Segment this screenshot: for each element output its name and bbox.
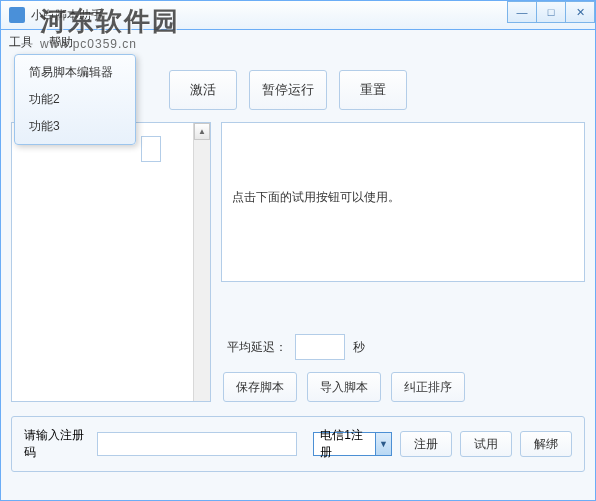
hidden-element xyxy=(141,136,161,162)
unbind-button[interactable]: 解绑 xyxy=(520,431,572,457)
reg-label: 请输入注册码 xyxy=(24,427,89,461)
dropdown-item-func2[interactable]: 功能2 xyxy=(15,86,135,113)
script-list-panel[interactable]: ▲ xyxy=(11,122,211,402)
delay-label: 平均延迟： xyxy=(227,339,287,356)
server-combo[interactable]: 电信1注册 ▼ xyxy=(313,432,392,456)
trial-button[interactable]: 试用 xyxy=(460,431,512,457)
delay-input[interactable] xyxy=(295,334,345,360)
scrollbar[interactable]: ▲ xyxy=(193,123,210,401)
chevron-down-icon[interactable]: ▼ xyxy=(375,433,391,455)
titlebar: 小白脚本助手 — □ ✕ xyxy=(0,0,596,30)
dropdown-item-func3[interactable]: 功能3 xyxy=(15,113,135,140)
minimize-button[interactable]: — xyxy=(507,1,537,23)
registration-bar: 请输入注册码 电信1注册 ▼ 注册 试用 解绑 xyxy=(11,416,585,472)
menu-help[interactable]: 帮助 xyxy=(49,34,73,51)
save-script-button[interactable]: 保存脚本 xyxy=(223,372,297,402)
hint-text: 点击下面的试用按钮可以使用。 xyxy=(232,189,400,206)
close-button[interactable]: ✕ xyxy=(565,1,595,23)
reg-code-input[interactable] xyxy=(97,432,297,456)
reset-button[interactable]: 重置 xyxy=(339,70,407,110)
info-text-box: 点击下面的试用按钮可以使用。 xyxy=(221,122,585,282)
menu-tools[interactable]: 工具 xyxy=(9,34,33,51)
import-script-button[interactable]: 导入脚本 xyxy=(307,372,381,402)
fix-order-button[interactable]: 纠正排序 xyxy=(391,372,465,402)
register-button[interactable]: 注册 xyxy=(400,431,452,457)
combo-selected: 电信1注册 xyxy=(314,427,375,461)
menubar: 工具 帮助 xyxy=(0,30,596,54)
pause-button[interactable]: 暂停运行 xyxy=(249,70,327,110)
scroll-up-arrow[interactable]: ▲ xyxy=(194,123,210,140)
window-title: 小白脚本助手 xyxy=(31,7,103,24)
maximize-button[interactable]: □ xyxy=(536,1,566,23)
tools-dropdown: 简易脚本编辑器 功能2 功能3 xyxy=(14,54,136,145)
dropdown-item-script-editor[interactable]: 简易脚本编辑器 xyxy=(15,59,135,86)
activate-button[interactable]: 激活 xyxy=(169,70,237,110)
delay-unit: 秒 xyxy=(353,339,365,356)
app-icon xyxy=(9,7,25,23)
